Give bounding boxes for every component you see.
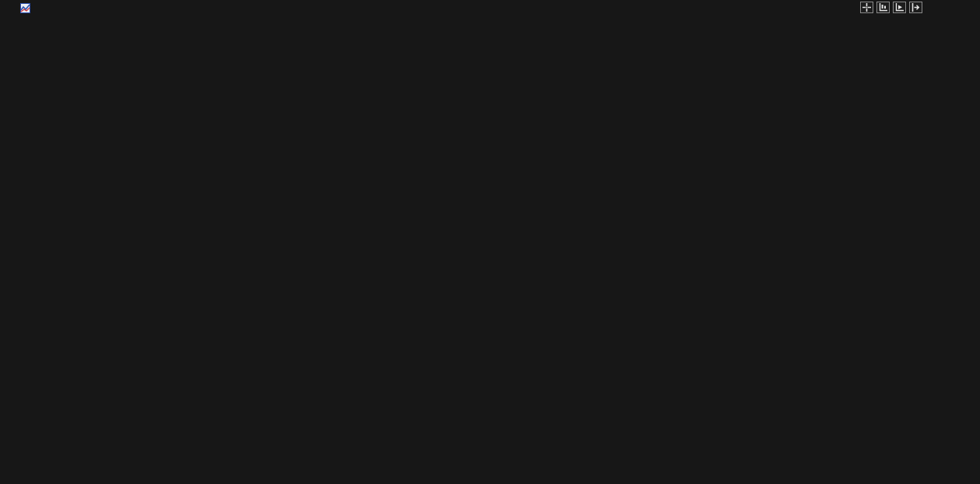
fit-chart-icon[interactable]	[876, 2, 890, 13]
candlestick-chart[interactable]	[0, 0, 980, 484]
chart-toolbar	[860, 2, 922, 13]
collapse-panel-icon[interactable]	[909, 2, 922, 13]
chart-window	[0, 0, 980, 484]
ma-indicator-icon[interactable]	[20, 3, 30, 13]
playback-icon[interactable]	[893, 2, 906, 13]
chart-header	[0, 0, 980, 16]
crosshair-icon[interactable]	[860, 2, 873, 13]
